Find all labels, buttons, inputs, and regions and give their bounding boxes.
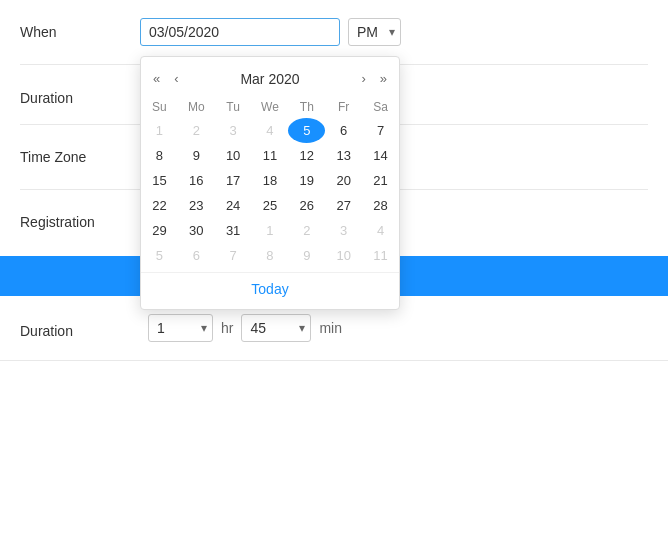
hr-select-wrapper: 1 2 3 4 bbox=[148, 314, 213, 342]
calendar-week-0: 1234567 bbox=[141, 118, 399, 143]
weekday-tu: Tu bbox=[215, 96, 252, 118]
calendar-week-5: 567891011 bbox=[141, 243, 399, 268]
cal-day-5-1[interactable]: 6 bbox=[178, 243, 215, 268]
weekday-th: Th bbox=[288, 96, 325, 118]
cal-day-3-5[interactable]: 27 bbox=[325, 193, 362, 218]
cal-day-2-2[interactable]: 17 bbox=[215, 168, 252, 193]
cal-day-0-3[interactable]: 4 bbox=[252, 118, 289, 143]
weekday-su: Su bbox=[141, 96, 178, 118]
calendar-week-4: 2930311234 bbox=[141, 218, 399, 243]
cal-next-next-button[interactable]: » bbox=[376, 69, 391, 88]
cal-day-2-4[interactable]: 19 bbox=[288, 168, 325, 193]
cal-day-5-0[interactable]: 5 bbox=[141, 243, 178, 268]
cal-day-5-5[interactable]: 10 bbox=[325, 243, 362, 268]
calendar-popup: « ‹ Mar 2020 › » Su Mo Tu We bbox=[140, 56, 400, 310]
date-input[interactable] bbox=[140, 18, 340, 46]
cal-day-3-4[interactable]: 26 bbox=[288, 193, 325, 218]
calendar-week-1: 891011121314 bbox=[141, 143, 399, 168]
cal-day-4-0[interactable]: 29 bbox=[141, 218, 178, 243]
duration-label-top: Duration bbox=[20, 84, 140, 106]
cal-day-3-1[interactable]: 23 bbox=[178, 193, 215, 218]
cal-day-0-0[interactable]: 1 bbox=[141, 118, 178, 143]
cal-day-4-6[interactable]: 4 bbox=[362, 218, 399, 243]
duration-hr-select[interactable]: 1 2 3 4 bbox=[148, 314, 213, 342]
cal-day-4-1[interactable]: 30 bbox=[178, 218, 215, 243]
cal-day-5-2[interactable]: 7 bbox=[215, 243, 252, 268]
cal-day-3-0[interactable]: 22 bbox=[141, 193, 178, 218]
cal-day-4-3[interactable]: 1 bbox=[252, 218, 289, 243]
when-label: When bbox=[20, 18, 140, 40]
cal-day-1-1[interactable]: 9 bbox=[178, 143, 215, 168]
cal-day-1-4[interactable]: 12 bbox=[288, 143, 325, 168]
duration-min-select[interactable]: 0 5 10 15 20 25 30 35 40 45 50 55 bbox=[241, 314, 311, 342]
cal-prev-prev-button[interactable]: « bbox=[149, 69, 164, 88]
ampm-wrapper: AM PM bbox=[348, 18, 401, 46]
duration-label-bottom: Duration bbox=[20, 317, 140, 339]
calendar-grid: Su Mo Tu We Th Fr Sa 1234567891011121314… bbox=[141, 96, 399, 268]
cal-day-0-6[interactable]: 7 bbox=[362, 118, 399, 143]
cal-day-3-2[interactable]: 24 bbox=[215, 193, 252, 218]
cal-day-2-3[interactable]: 18 bbox=[252, 168, 289, 193]
cal-day-1-0[interactable]: 8 bbox=[141, 143, 178, 168]
cal-day-3-6[interactable]: 28 bbox=[362, 193, 399, 218]
cal-day-1-6[interactable]: 14 bbox=[362, 143, 399, 168]
timezone-label: Time Zone bbox=[20, 143, 140, 165]
weekday-we: We bbox=[252, 96, 289, 118]
min-unit-label: min bbox=[319, 320, 342, 336]
when-row: When AM PM « ‹ Mar 202 bbox=[20, 0, 648, 65]
cal-day-2-6[interactable]: 21 bbox=[362, 168, 399, 193]
cal-day-4-2[interactable]: 31 bbox=[215, 218, 252, 243]
cal-day-1-2[interactable]: 10 bbox=[215, 143, 252, 168]
cal-day-5-6[interactable]: 11 bbox=[362, 243, 399, 268]
cal-day-0-5[interactable]: 6 bbox=[325, 118, 362, 143]
weekday-mo: Mo bbox=[178, 96, 215, 118]
cal-day-2-0[interactable]: 15 bbox=[141, 168, 178, 193]
cal-day-0-2[interactable]: 3 bbox=[215, 118, 252, 143]
cal-day-2-1[interactable]: 16 bbox=[178, 168, 215, 193]
calendar-week-3: 22232425262728 bbox=[141, 193, 399, 218]
cal-next-button[interactable]: › bbox=[357, 69, 369, 88]
cal-day-4-4[interactable]: 2 bbox=[288, 218, 325, 243]
bottom-duration-row: Duration 1 2 3 4 hr 0 5 10 15 20 25 bbox=[20, 314, 648, 342]
when-controls: AM PM « ‹ Mar 2020 › » bbox=[140, 18, 648, 46]
cal-day-3-3[interactable]: 25 bbox=[252, 193, 289, 218]
weekday-sa: Sa bbox=[362, 96, 399, 118]
weekday-fr: Fr bbox=[325, 96, 362, 118]
cal-day-1-3[interactable]: 11 bbox=[252, 143, 289, 168]
cal-day-0-1[interactable]: 2 bbox=[178, 118, 215, 143]
cal-day-4-5[interactable]: 3 bbox=[325, 218, 362, 243]
cal-today-button[interactable]: Today bbox=[141, 272, 399, 301]
cal-day-0-4[interactable]: 5 bbox=[288, 118, 325, 143]
cal-day-2-5[interactable]: 20 bbox=[325, 168, 362, 193]
ampm-select[interactable]: AM PM bbox=[348, 18, 401, 46]
cal-day-1-5[interactable]: 13 bbox=[325, 143, 362, 168]
calendar-weekdays-row: Su Mo Tu We Th Fr Sa bbox=[141, 96, 399, 118]
calendar-header: « ‹ Mar 2020 › » bbox=[141, 57, 399, 96]
cal-day-5-4[interactable]: 9 bbox=[288, 243, 325, 268]
time-input-wrapper: AM PM bbox=[140, 18, 401, 46]
cal-day-5-3[interactable]: 8 bbox=[252, 243, 289, 268]
cal-month-year: Mar 2020 bbox=[189, 71, 352, 87]
cal-prev-button[interactable]: ‹ bbox=[170, 69, 182, 88]
min-select-wrapper: 0 5 10 15 20 25 30 35 40 45 50 55 bbox=[241, 314, 311, 342]
hr-unit-label: hr bbox=[221, 320, 233, 336]
registration-label: Registration bbox=[20, 208, 140, 230]
calendar-week-2: 15161718192021 bbox=[141, 168, 399, 193]
